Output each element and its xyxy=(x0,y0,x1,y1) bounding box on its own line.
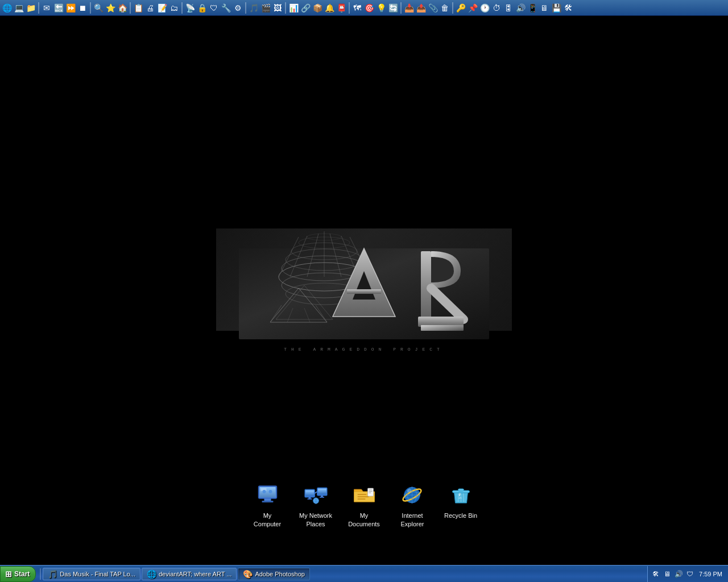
svg-rect-43 xyxy=(318,489,326,494)
toolbar-sep-8 xyxy=(400,2,402,14)
toolbar-icon-34[interactable]: 📎 xyxy=(427,2,439,14)
tray-icon-volume[interactable]: 🔊 xyxy=(674,569,683,579)
toolbar-icon-33[interactable]: 📤 xyxy=(415,2,427,14)
toolbar-icon-24[interactable]: 🔗 xyxy=(300,2,311,14)
adobe-photoshop-icon: 🎨 xyxy=(243,569,253,579)
svg-line-46 xyxy=(315,492,317,493)
deviantart-icon: 🌐 xyxy=(147,569,156,579)
svg-rect-54 xyxy=(357,498,365,500)
das-musik-icon: 🎵 xyxy=(48,569,57,579)
svg-rect-39 xyxy=(305,490,314,496)
toolbar-icon-8[interactable]: 🔍 xyxy=(93,2,104,14)
toolbar-sep-2 xyxy=(90,2,91,14)
svg-rect-45 xyxy=(320,497,324,498)
toolbar-icon-43[interactable]: 🖥 xyxy=(539,2,550,14)
toolbar-icon-18[interactable]: 🔧 xyxy=(220,2,231,14)
tray-icon-tools[interactable]: 🛠 xyxy=(651,569,660,579)
toolbar-icon-16[interactable]: 🔒 xyxy=(196,2,208,14)
toolbar-icon-15[interactable]: 📡 xyxy=(184,2,196,14)
toolbar-icon-26[interactable]: 🔔 xyxy=(324,2,335,14)
toolbar-icon-13[interactable]: 📝 xyxy=(156,2,168,14)
taskbar-item-deviantart[interactable]: 🌐 deviantART; where ART ... xyxy=(142,568,237,580)
toolbar-icon-11[interactable]: 📋 xyxy=(133,2,144,14)
start-button[interactable]: ⊞ Start xyxy=(0,566,36,582)
toolbar-icon-42[interactable]: 📱 xyxy=(527,2,538,14)
toolbar-icon-22[interactable]: 🖼 xyxy=(272,2,283,14)
svg-point-37 xyxy=(268,490,272,493)
my-documents-label: My Documents xyxy=(345,511,383,529)
tray-icon-network[interactable]: 🖥 xyxy=(663,569,672,579)
taskbar-item-adobe-photoshop[interactable]: 🎨 Adobe Photoshop xyxy=(238,568,309,580)
toolbar-icon-36[interactable]: 🔑 xyxy=(455,2,466,14)
desktop-icon-internet-explorer[interactable]: Internet Explorer xyxy=(391,479,434,531)
my-documents-icon xyxy=(350,481,378,509)
toolbar-icon-45[interactable]: 🛠 xyxy=(562,2,574,14)
toolbar-icon-17[interactable]: 🛡 xyxy=(208,2,220,14)
taskbar-item-das-musik[interactable]: 🎵 Das Musik - Final TAP Lo... xyxy=(43,568,140,580)
toolbar-icon-30[interactable]: 💡 xyxy=(375,2,387,14)
toolbar-icon-25[interactable]: 📦 xyxy=(312,2,323,14)
adobe-photoshop-label: Adobe Photoshop xyxy=(255,571,304,577)
toolbar-icon-39[interactable]: ⏱ xyxy=(491,2,502,14)
toolbar-icon-37[interactable]: 📌 xyxy=(467,2,478,14)
toolbar-icon-27[interactable]: 📮 xyxy=(336,2,347,14)
toolbar-icon-19[interactable]: ⚙ xyxy=(232,2,243,14)
start-logo: ⊞ xyxy=(5,569,12,579)
svg-text:THE ARMAGEDDON PROJECT: THE ARMAGEDDON PROJECT xyxy=(284,347,444,352)
toolbar-icon-21[interactable]: 🎬 xyxy=(260,2,271,14)
toolbar-icon-40[interactable]: 🎛 xyxy=(503,2,514,14)
svg-point-36 xyxy=(262,490,266,493)
toolbar-icon-9[interactable]: ⭐ xyxy=(105,2,116,14)
recycle-bin-label: Recycle Bin xyxy=(443,511,478,520)
toolbar-sep-3 xyxy=(130,2,131,14)
toolbar-icon-2[interactable]: 💻 xyxy=(13,2,24,14)
desktop-icon-my-documents[interactable]: My Documents xyxy=(343,479,386,531)
svg-rect-33 xyxy=(264,498,271,501)
toolbar-icon-12[interactable]: 🖨 xyxy=(144,2,156,14)
toolbar-icon-6[interactable]: ⏩ xyxy=(65,2,76,14)
toolbar-icon-32[interactable]: 📥 xyxy=(403,2,415,14)
tray-icon-antivirus[interactable]: 🛡 xyxy=(685,569,694,579)
toolbar-icon-1[interactable]: 🌐 xyxy=(1,2,13,14)
wallpaper-logo: THE ARMAGEDDON PROJECT xyxy=(222,203,506,362)
toolbar-icon-7[interactable]: ⏹ xyxy=(77,2,88,14)
toolbar-icon-29[interactable]: 🎯 xyxy=(363,2,375,14)
toolbar-icon-31[interactable]: 🔄 xyxy=(387,2,399,14)
svg-rect-24 xyxy=(347,289,381,294)
my-network-places-icon xyxy=(302,481,329,509)
toolbar-icon-20[interactable]: 🎵 xyxy=(248,2,259,14)
svg-rect-28 xyxy=(421,325,464,331)
system-clock[interactable]: 7:59 PM xyxy=(697,571,725,577)
toolbar-icon-28[interactable]: 🗺 xyxy=(351,2,363,14)
desktop: THE ARMAGEDDON PROJECT xyxy=(0,16,728,565)
toolbar-sep-9 xyxy=(452,2,453,14)
toolbar-icon-41[interactable]: 🔊 xyxy=(515,2,526,14)
toolbar-icon-14[interactable]: 🗂 xyxy=(168,2,180,14)
toolbar-icon-3[interactable]: 📁 xyxy=(25,2,36,14)
system-tray: 🛠 🖥 🔊 🛡 7:59 PM xyxy=(647,566,728,582)
internet-explorer-icon xyxy=(399,481,426,509)
toolbar-sep-5 xyxy=(245,2,246,14)
deviantart-label: deviantART; where ART ... xyxy=(159,571,231,577)
taskbar-divider xyxy=(40,568,41,580)
toolbar-sep-4 xyxy=(181,2,183,14)
toolbar-icon-35[interactable]: 🗑 xyxy=(439,2,450,14)
quick-launch-toolbar: 🌐 💻 📁 ✉ 🔙 ⏩ ⏹ 🔍 ⭐ 🏠 📋 🖨 📝 🗂 📡 🔒 🛡 🔧 ⚙ 🎵 … xyxy=(0,0,728,16)
my-computer-label: My Computer xyxy=(249,511,287,529)
desktop-icons-container: My Computer xyxy=(246,479,482,531)
svg-rect-67 xyxy=(458,489,464,491)
desktop-icon-my-computer[interactable]: My Computer xyxy=(246,479,289,531)
taskbar: ⊞ Start 🎵 Das Musik - Final TAP Lo... 🌐 … xyxy=(0,565,728,582)
toolbar-sep-1 xyxy=(38,2,39,14)
toolbar-icon-4[interactable]: ✉ xyxy=(41,2,52,14)
toolbar-icon-5[interactable]: 🔙 xyxy=(53,2,64,14)
my-network-places-label: My Network Places xyxy=(297,511,335,529)
desktop-icon-recycle-bin[interactable]: Recycle Bin xyxy=(440,479,482,522)
toolbar-icon-10[interactable]: 🏠 xyxy=(117,2,128,14)
toolbar-icon-38[interactable]: 🕐 xyxy=(479,2,490,14)
recycle-bin-icon xyxy=(447,481,474,509)
desktop-icon-my-network-places[interactable]: My Network Places xyxy=(295,479,337,531)
toolbar-icon-23[interactable]: 📊 xyxy=(288,2,299,14)
start-label: Start xyxy=(14,570,30,578)
toolbar-icon-44[interactable]: 💾 xyxy=(551,2,562,14)
